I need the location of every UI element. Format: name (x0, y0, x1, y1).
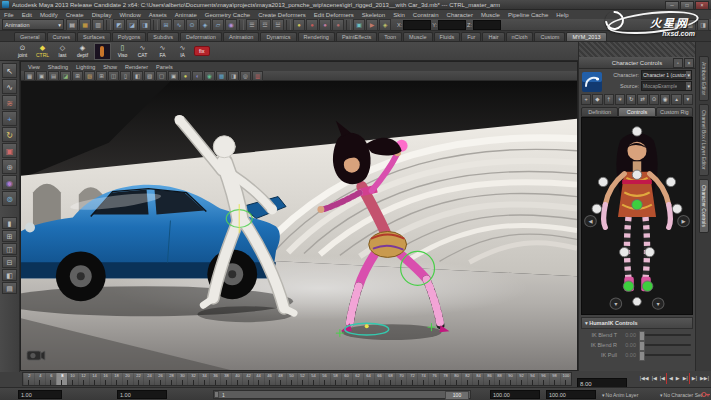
time-slider-frame-84[interactable]: 84 (472, 373, 483, 385)
hik-slider-handle[interactable] (639, 351, 645, 361)
output-connections-icon[interactable]: ☱ (272, 19, 284, 31)
select-by-object-icon[interactable]: ◪ (126, 19, 138, 31)
shelf-deptf[interactable]: ◈deptf (74, 44, 91, 58)
grease-pencil-icon[interactable]: ▧ (84, 71, 95, 81)
select-by-component-icon[interactable]: ◨ (139, 19, 151, 31)
picker-dot-chest[interactable] (632, 170, 642, 179)
safe-action-icon[interactable]: ▢ (156, 71, 167, 81)
character-select[interactable]: Character 1 (custom rig) ▾ (641, 70, 692, 80)
playback-end-field[interactable] (546, 390, 596, 399)
time-slider-frame-54[interactable]: 54 (308, 373, 319, 385)
gate-mask-icon[interactable]: ◧ (132, 71, 143, 81)
select-camera-icon[interactable]: ▦ (24, 71, 35, 81)
shelf-tab-subdivs[interactable]: Subdivs (147, 32, 179, 41)
time-slider-frame-56[interactable]: 56 (319, 373, 330, 385)
range-start-handle[interactable] (214, 391, 219, 398)
time-slider-frame-74[interactable]: 74 (417, 373, 428, 385)
show-tool-settings-icon[interactable]: ▥ (684, 19, 696, 31)
viewport-menu-renderer[interactable]: Renderer (121, 64, 152, 70)
go-to-end-button[interactable]: ▶▶| (699, 373, 710, 384)
shelf-tab-fluids[interactable]: Fluids (434, 32, 461, 41)
show-channel-box-icon[interactable]: ◨ (697, 19, 709, 31)
shelf-tab-mym-2013[interactable]: MYM_2013 (566, 32, 606, 41)
time-slider-frame-72[interactable]: 72 (406, 373, 417, 385)
time-slider-frame-14[interactable]: 14 (89, 373, 100, 385)
open-scene-icon[interactable]: ▦ (79, 19, 91, 31)
resolution-gate-icon[interactable]: ▯ (120, 71, 131, 81)
time-slider-frame-60[interactable]: 60 (341, 373, 352, 385)
picker-dot-right-hand[interactable] (672, 204, 682, 213)
time-slider[interactable]: 2468101214161820222426283032343638404244… (22, 372, 572, 386)
aux-effector-icon[interactable]: ▾ (683, 94, 693, 105)
shelf-tab-muscle[interactable]: Muscle (403, 32, 432, 41)
keying-pink-icon[interactable]: ● (319, 19, 331, 31)
time-slider-frame-82[interactable]: 82 (461, 373, 472, 385)
field-chart-icon[interactable]: ▨ (144, 71, 155, 81)
time-slider-frame-40[interactable]: 40 (231, 373, 242, 385)
time-slider-frame-88[interactable]: 88 (494, 373, 505, 385)
current-time-field[interactable] (577, 372, 627, 384)
shelf-tab-general[interactable]: General (14, 32, 46, 41)
menu-create-deformers[interactable]: Create Deformers (254, 12, 310, 18)
ik-blend-icon[interactable]: ▴ (671, 94, 681, 105)
panel-restore-button[interactable]: ▫ (673, 58, 683, 68)
shelf-tab-animation[interactable]: Animation (223, 32, 259, 41)
shelf-joint[interactable]: ⊙joint (14, 44, 31, 58)
shelf-ctrl[interactable]: ◆CTRL (34, 44, 51, 58)
shelf-tab-toon[interactable]: Toon (378, 32, 402, 41)
time-slider-frame-76[interactable]: 76 (428, 373, 439, 385)
character-picker[interactable]: ◀ ▶ ▼ ▼ (581, 117, 693, 315)
menu-file[interactable]: File (0, 12, 18, 18)
time-slider-frame-70[interactable]: 70 (395, 373, 406, 385)
shelf-last[interactable]: ◇last (54, 44, 71, 58)
safe-title-icon[interactable]: ▣ (168, 71, 179, 81)
save-scene-icon[interactable]: ▥ (92, 19, 104, 31)
time-slider-frame-34[interactable]: 34 (198, 373, 209, 385)
body-part-key-icon[interactable]: ↻ (626, 94, 636, 105)
universal-manipulator-tool[interactable]: ⊕ (2, 159, 17, 174)
z-input[interactable] (473, 20, 501, 30)
picker-dot-left-foot[interactable] (623, 281, 634, 291)
time-slider-frame-28[interactable]: 28 (165, 373, 176, 385)
time-slider-frame-10[interactable]: 10 (67, 373, 78, 385)
time-slider-frame-36[interactable]: 36 (209, 373, 220, 385)
time-slider-frame-94[interactable]: 94 (527, 373, 538, 385)
time-slider-frame-12[interactable]: 12 (78, 373, 89, 385)
hik-slider-track[interactable] (639, 334, 691, 336)
keying-rose-icon[interactable]: ● (332, 19, 344, 31)
control-rig-mode-icon[interactable]: ◆ (592, 94, 602, 105)
rotate-tool[interactable]: ↻ (2, 127, 17, 142)
time-slider-frame-2[interactable]: 2 (23, 373, 34, 385)
time-slider-frame-16[interactable]: 16 (100, 373, 111, 385)
character-key-icon[interactable] (701, 390, 710, 399)
menu-muscle[interactable]: Muscle (477, 12, 504, 18)
film-gate-icon[interactable]: ◫ (108, 71, 119, 81)
menu-set-selector[interactable]: Animation▾ (2, 19, 64, 30)
menu-geometry-cache[interactable]: Geometry Cache (201, 12, 254, 18)
snap-to-view-plane-icon[interactable]: ▱ (212, 19, 224, 31)
select-by-hierarchy-icon[interactable]: ◩ (113, 19, 125, 31)
viewport-menu-view[interactable]: View (24, 64, 44, 70)
playback-start-field[interactable] (18, 390, 62, 399)
step-back-key-button[interactable]: |◀ (659, 373, 667, 384)
shelf-fa[interactable]: ∿FA (154, 44, 171, 58)
shelf-tab-ncloth[interactable]: nCloth (506, 32, 534, 41)
viewport-menu-show[interactable]: Show (99, 64, 121, 70)
time-slider-frame-8[interactable]: 8 (56, 373, 67, 385)
menu-character[interactable]: Character (443, 12, 477, 18)
time-slider-frame-30[interactable]: 30 (176, 373, 187, 385)
y-input[interactable] (438, 20, 466, 30)
make-live-icon[interactable]: ◉ (225, 19, 237, 31)
hypershade-persp-layout[interactable]: ◧ (2, 269, 17, 281)
time-slider-frame-66[interactable]: 66 (374, 373, 385, 385)
source-select[interactable]: MocapExample ▾ (641, 81, 692, 91)
soft-modification-tool[interactable]: ◉ (2, 175, 17, 190)
time-slider-frame-44[interactable]: 44 (253, 373, 264, 385)
time-slider-frame-22[interactable]: 22 (133, 373, 144, 385)
pin-rotate-icon[interactable]: ◉ (660, 94, 670, 105)
time-slider-frame-48[interactable]: 48 (275, 373, 286, 385)
isolate-select-icon[interactable]: ◎ (240, 71, 251, 81)
viewport-menu-panels[interactable]: Panels (152, 64, 177, 70)
shelf-tab-custom[interactable]: Custom (534, 32, 565, 41)
range-slider[interactable]: 1 100 (213, 390, 471, 399)
